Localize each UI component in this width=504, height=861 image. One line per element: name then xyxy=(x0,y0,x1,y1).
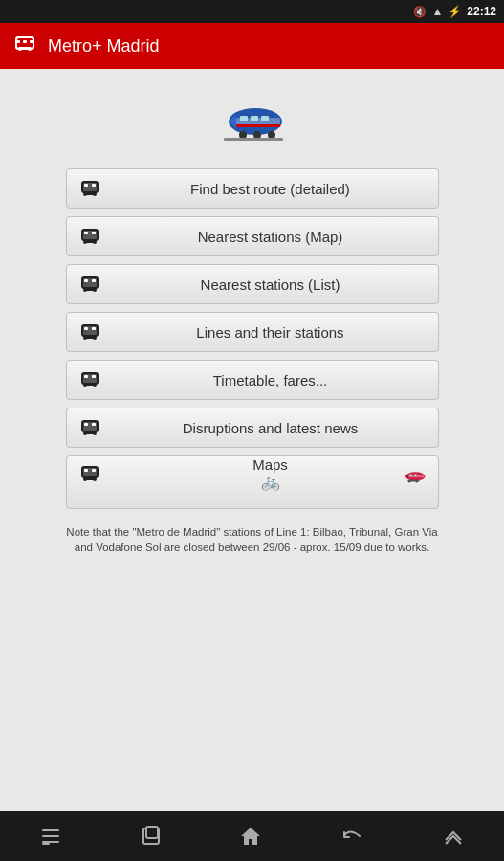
svg-rect-81 xyxy=(146,827,158,838)
svg-rect-13 xyxy=(261,116,269,121)
back-nav-icon[interactable] xyxy=(340,825,363,848)
train-icon-5 xyxy=(77,369,103,390)
status-time: 22:12 xyxy=(467,5,496,18)
svg-rect-49 xyxy=(84,375,88,378)
svg-rect-75 xyxy=(407,480,419,482)
app-logo xyxy=(219,88,286,153)
lines-and-stations-label: Lines and their stations xyxy=(113,324,428,341)
metro-logo-icon xyxy=(13,33,36,60)
find-best-route-label: Find best route (detailed) xyxy=(113,181,428,197)
nearest-stations-list-label: Nearest stations (List) xyxy=(113,276,428,293)
svg-rect-5 xyxy=(16,40,20,43)
svg-rect-35 xyxy=(84,279,88,282)
lines-and-stations-button[interactable]: Lines and their stations xyxy=(66,312,439,352)
notice-text: Note that the "Metro de Madrid" stations… xyxy=(66,524,439,555)
svg-rect-67 xyxy=(84,477,96,480)
svg-rect-32 xyxy=(84,240,96,243)
bottom-nav xyxy=(0,811,504,861)
bicycle-icon: 🚲 xyxy=(261,473,280,491)
maps-button[interactable]: Maps 🚲 xyxy=(66,455,439,509)
svg-rect-21 xyxy=(84,184,88,187)
svg-rect-28 xyxy=(84,232,88,234)
svg-rect-11 xyxy=(240,116,248,121)
train-icon-2 xyxy=(77,226,103,247)
timetable-fares-label: Timetable, fares... xyxy=(113,372,428,388)
svg-rect-7 xyxy=(30,40,33,43)
svg-rect-77 xyxy=(42,835,59,837)
svg-rect-42 xyxy=(84,327,88,330)
svg-point-15 xyxy=(239,131,247,139)
svg-rect-25 xyxy=(84,192,96,195)
svg-rect-36 xyxy=(92,279,96,282)
disruptions-news-button[interactable]: Disruptions and latest news xyxy=(66,408,439,448)
home-nav-icon[interactable] xyxy=(239,825,262,848)
svg-rect-50 xyxy=(92,375,96,378)
svg-point-16 xyxy=(253,131,261,139)
maps-extras-icons: 🚲 xyxy=(261,473,280,491)
svg-rect-76 xyxy=(42,829,59,831)
svg-rect-29 xyxy=(92,232,96,234)
main-content: Find best route (detailed) Nearest stati… xyxy=(0,69,504,564)
app-title: Metro+ Madrid xyxy=(48,36,160,56)
menu-nav-icon[interactable] xyxy=(39,825,62,848)
svg-rect-79 xyxy=(42,843,50,845)
timetable-fares-button[interactable]: Timetable, fares... xyxy=(66,360,439,400)
disruptions-news-label: Disruptions and latest news xyxy=(113,420,428,436)
mute-icon: 🔇 xyxy=(413,6,427,18)
svg-rect-6 xyxy=(23,40,27,43)
up-nav-icon[interactable] xyxy=(442,825,465,848)
svg-rect-72 xyxy=(413,475,416,476)
svg-rect-71 xyxy=(409,475,412,476)
svg-rect-78 xyxy=(42,841,59,843)
small-train-icon xyxy=(400,466,427,490)
svg-rect-64 xyxy=(92,469,96,472)
nearest-stations-list-button[interactable]: Nearest stations (List) xyxy=(66,264,439,304)
train-icon-1 xyxy=(77,178,103,199)
train-icon-7 xyxy=(77,463,103,484)
svg-marker-82 xyxy=(241,828,260,845)
svg-rect-63 xyxy=(84,469,88,472)
svg-rect-12 xyxy=(251,116,258,121)
svg-rect-14 xyxy=(236,124,280,127)
svg-point-17 xyxy=(268,131,275,139)
recents-nav-icon[interactable] xyxy=(141,826,162,847)
maps-label: Maps xyxy=(252,456,288,473)
app-bar: Metro+ Madrid xyxy=(0,23,504,69)
svg-rect-4 xyxy=(19,47,31,50)
svg-rect-57 xyxy=(92,423,96,426)
svg-rect-46 xyxy=(84,336,96,339)
status-icons: 🔇 ▲ ⚡ 22:12 xyxy=(413,5,496,18)
nearest-stations-map-button[interactable]: Nearest stations (Map) xyxy=(66,216,439,256)
svg-rect-22 xyxy=(92,184,96,187)
svg-rect-53 xyxy=(84,384,96,386)
status-bar: 🔇 ▲ ⚡ 22:12 xyxy=(0,0,504,23)
nearest-stations-map-label: Nearest stations (Map) xyxy=(113,229,428,245)
train-icon-6 xyxy=(77,417,103,438)
svg-rect-60 xyxy=(84,431,96,434)
svg-rect-56 xyxy=(84,423,88,426)
train-icon-4 xyxy=(77,321,103,342)
svg-rect-39 xyxy=(84,288,96,291)
wifi-icon: ▲ xyxy=(431,5,443,18)
train-icon-3 xyxy=(77,274,103,295)
svg-rect-43 xyxy=(92,327,96,330)
svg-rect-18 xyxy=(224,138,283,141)
find-best-route-button[interactable]: Find best route (detailed) xyxy=(66,168,439,209)
battery-icon: ⚡ xyxy=(448,5,462,18)
